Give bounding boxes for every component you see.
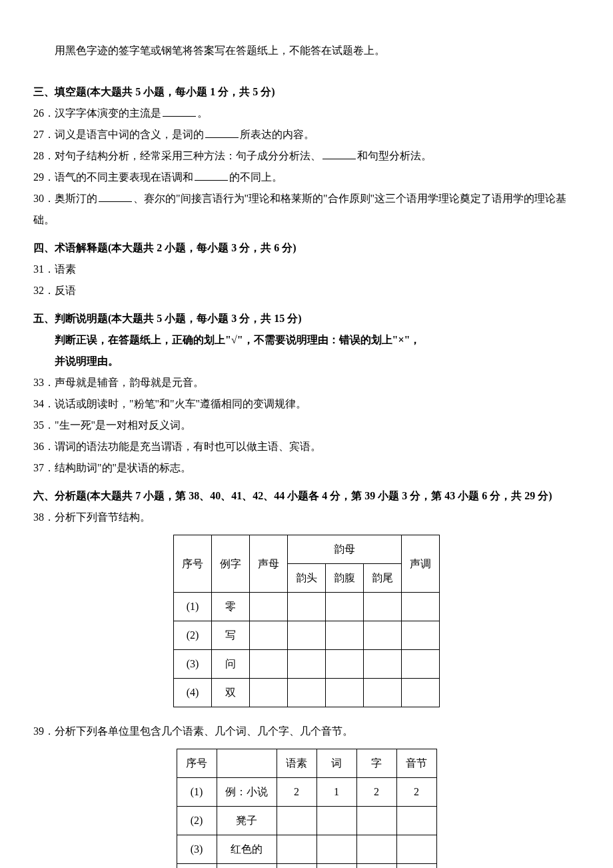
q29-suffix: 的不同上。 [229,171,283,183]
cell-char: 写 [212,621,250,650]
cell-num: (3) [177,835,217,864]
q27-prefix: 27．词义是语言中词的含义，是词的 [33,129,204,140]
cell-num: (1) [174,593,212,621]
cell-empty[interactable] [364,679,402,707]
th-yunwei: 韵尾 [364,564,402,593]
cell-empty[interactable] [396,864,436,869]
table-row: (3) 问 [174,650,440,679]
question-30: 30．奥斯汀的、赛尔的"间接言语行为"理论和格莱斯的"合作原则"这三个语用学理论… [33,188,580,231]
cell-yusu: 2 [277,778,316,807]
table-row: (3) 红色的 [177,835,436,864]
blank-30[interactable] [99,191,132,202]
blank-26[interactable] [163,106,196,117]
cell-empty[interactable] [326,621,364,650]
section-4-title: 四、术语解释题(本大题共 2 小题，每小题 3 分，共 6 分) [33,237,580,259]
question-28: 28．对句子结构分析，经常采用三种方法：句子成分分析法、和句型分析法。 [33,145,580,167]
cell-text: 例：小说 [217,778,277,807]
th-ci: 词 [316,749,356,778]
cell-num: (1) [177,778,217,807]
cell-empty[interactable] [402,593,440,621]
section-6-title: 六、分析题(本大题共 7 小题，第 38、40、41、42、44 小题各 4 分… [33,485,580,507]
cell-empty[interactable] [288,593,326,621]
answer-instruction: 用黑色字迹的签字笔或钢笔将答案写在答题纸上，不能答在试题卷上。 [33,40,580,61]
cell-empty[interactable] [277,835,316,864]
cell-empty[interactable] [364,621,402,650]
question-39: 39．分析下列各单位里包含几个语素、几个词、几个字、几个音节。 [33,721,580,742]
cell-zi: 2 [356,778,396,807]
cell-empty[interactable] [250,650,288,679]
q26-suffix: 。 [197,107,208,119]
cell-empty[interactable] [288,621,326,650]
cell-empty[interactable] [326,593,364,621]
question-38: 38．分析下列音节结构。 [33,507,580,528]
question-26: 26．汉字字体演变的主流是。 [33,103,580,124]
table-row: (1) 零 [174,593,440,621]
cell-char: 双 [212,679,250,707]
cell-num: (4) [177,864,217,869]
blank-28[interactable] [322,149,356,159]
cell-empty[interactable] [396,807,436,835]
cell-empty[interactable] [364,593,402,621]
cell-empty[interactable] [326,679,364,707]
th-yinjie: 音节 [396,749,436,778]
cell-empty[interactable] [356,807,396,835]
s5-inst2-text: 并说明理由。 [55,355,119,367]
q28-suffix: 和句型分析法。 [357,150,432,161]
section-5-instruction-1: 判断正误，在答题纸上，正确的划上"√"，不需要说明理由：错误的划上"×"， [33,329,580,351]
section-5-title: 五、判断说明题(本大题共 5 小题，每小题 3 分，共 15 分) [33,308,580,329]
cell-empty[interactable] [250,593,288,621]
question-37: 37．结构助词"的"是状语的标志。 [33,457,580,479]
cell-num: (4) [174,679,212,707]
cell-empty[interactable] [277,864,316,869]
q29-prefix: 29．语气的不同主要表现在语调和 [33,171,193,183]
q27-suffix: 所表达的内容。 [240,129,314,140]
question-33: 33．声母就是辅音，韵母就是元音。 [33,372,580,393]
table-row: (4) 双 [174,679,440,707]
q28-prefix: 28．对句子结构分析，经常采用三种方法：句子成分分析法、 [33,150,321,161]
blank-29[interactable] [195,170,228,181]
th-xuhao: 序号 [174,535,212,593]
th-xuhao: 序号 [177,749,217,778]
th-yunfu: 韵腹 [326,564,364,593]
question-35: 35．"生一死"是一对相对反义词。 [33,415,580,436]
cell-empty[interactable] [356,864,396,869]
cell-empty[interactable] [250,621,288,650]
cell-empty[interactable] [402,621,440,650]
cell-empty[interactable] [402,679,440,707]
cell-empty[interactable] [316,835,356,864]
cell-empty[interactable] [288,650,326,679]
section-3-title: 三、填空题(本大题共 5 小题，每小题 1 分，共 5 分) [33,81,580,103]
section-5-instruction-2: 并说明理由。 [33,351,580,372]
cell-empty[interactable] [277,807,316,835]
table-row: (2) 写 [174,621,440,650]
question-31: 31．语素 [33,259,580,280]
cell-empty[interactable] [396,835,436,864]
th-zi: 字 [356,749,396,778]
cell-num: (3) [174,650,212,679]
cell-empty[interactable] [402,650,440,679]
th-yunmu: 韵母 [288,535,402,564]
cell-num: (2) [177,807,217,835]
q30-prefix: 30．奥斯汀的 [33,193,97,204]
cell-empty[interactable] [250,679,288,707]
cell-empty[interactable] [316,864,356,869]
s5-inst1-text: 判断正误，在答题纸上，正确的划上"√"，不需要说明理由：错误的划上"×"， [55,334,420,345]
cell-ci: 1 [316,778,356,807]
cell-empty[interactable] [326,650,364,679]
cell-char: 零 [212,593,250,621]
th-shengdiao: 声调 [402,535,440,593]
cell-empty[interactable] [288,679,326,707]
blank-27[interactable] [205,127,239,138]
cell-empty[interactable] [316,807,356,835]
cell-text: 凳子 [217,807,277,835]
cell-empty[interactable] [356,835,396,864]
question-36: 36．谓词的语法功能是充当谓语，有时也可以做主语、宾语。 [33,436,580,457]
question-34: 34．说话或朗读时，"粉笔"和"火车"遵循相同的变调规律。 [33,393,580,415]
question-27: 27．词义是语言中词的含义，是词的所表达的内容。 [33,124,580,145]
syllable-table: 序号 例字 声母 韵母 声调 韵头 韵腹 韵尾 (1) 零 (2) 写 (3) … [173,535,440,707]
table-row: (2) 凳子 [177,807,436,835]
cell-yinjie: 2 [396,778,436,807]
table-row: (1) 例：小说 2 1 2 2 [177,778,436,807]
cell-empty[interactable] [364,650,402,679]
table-row: (4) 哈尔滨市 [177,864,436,869]
